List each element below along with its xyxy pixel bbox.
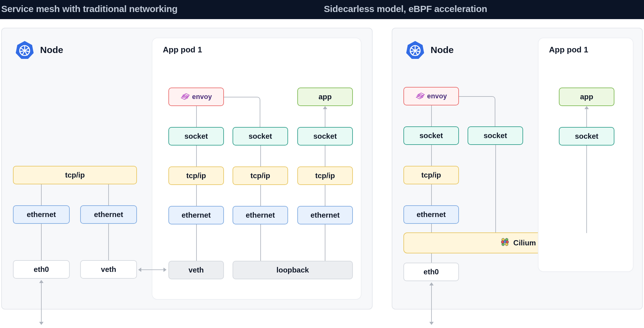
host-ethernet-1-box: ethernet	[13, 205, 70, 224]
node-header-left: Node	[15, 40, 63, 60]
socket-2-box: socket	[233, 127, 288, 146]
pod-card-left: App pod 1 envoy	[152, 38, 361, 300]
conn	[431, 253, 432, 263]
eth0-right: eth0	[403, 263, 459, 281]
pod-socket-to-cilium	[586, 146, 587, 233]
pod-loopback-box: loopback	[233, 261, 353, 279]
envoy-label: envoy	[427, 92, 447, 100]
pod-title: App pod 1	[163, 45, 202, 55]
conn	[431, 145, 432, 166]
tcpip-3-box: tcp/ip	[297, 166, 353, 185]
conn	[260, 224, 261, 261]
cilium-icon	[500, 237, 510, 248]
eth0-arrow-right	[431, 285, 432, 322]
ethernet-3-box: ethernet	[297, 206, 353, 224]
pod-card-right: App pod 1 app socket	[538, 38, 634, 272]
tcpip-2-box: tcp/ip	[233, 166, 288, 185]
node-label: Node	[40, 45, 63, 55]
kubernetes-icon	[15, 40, 35, 60]
host-veth-box: veth	[80, 260, 137, 279]
svg-marker-30	[506, 243, 508, 246]
conn	[431, 105, 432, 126]
conn	[196, 185, 197, 206]
ethernet-1-box: ethernet	[168, 206, 224, 224]
node-label: Node	[431, 45, 454, 55]
panel-traditional: Node tcp/ip ethernet ethernet eth0 veth …	[1, 28, 373, 310]
conn	[196, 146, 197, 166]
socket-to-app-arrow-right	[586, 109, 587, 127]
conn	[431, 184, 432, 205]
pod-title-right: App pod 1	[549, 45, 588, 55]
socket-to-app-arrow	[325, 109, 325, 127]
envoy-icon	[180, 93, 190, 101]
kubernetes-icon	[405, 40, 425, 60]
eth0-arrow	[41, 282, 42, 322]
ethernet-2-box: ethernet	[233, 206, 288, 224]
tcpip-right: tcp/ip	[403, 166, 459, 184]
socket-2-right: socket	[468, 126, 523, 145]
socket-1-right: socket	[403, 126, 459, 145]
conn	[431, 224, 432, 232]
envoy-elbow	[224, 97, 260, 127]
conn	[260, 146, 261, 166]
envoy-elbow-right	[459, 96, 495, 126]
envoy-icon	[415, 92, 425, 100]
app-box-right: app	[559, 88, 614, 106]
conn	[41, 184, 42, 205]
socket2-to-cilium	[495, 145, 496, 232]
node-header-right: Node	[405, 40, 454, 60]
pod-veth-box: veth	[168, 261, 224, 279]
envoy-box-right: envoy	[403, 87, 459, 105]
veth-link-arrow	[141, 269, 164, 270]
conn	[325, 146, 325, 166]
host-eth0-box: eth0	[13, 260, 70, 279]
socket-3-box: socket	[297, 127, 353, 146]
socket-1-box: socket	[168, 127, 224, 146]
socket-right-pod: socket	[559, 127, 614, 146]
conn	[260, 185, 261, 206]
conn	[108, 224, 109, 260]
panel-sidecarless: Node envoy socket sock	[392, 28, 643, 310]
conn	[108, 184, 109, 205]
host-ethernet-2-box: ethernet	[80, 205, 137, 224]
cilium-label: Cilium	[513, 239, 536, 247]
svg-marker-32	[502, 240, 504, 244]
conn	[196, 106, 197, 127]
conn	[41, 224, 42, 260]
host-tcpip-box: tcp/ip	[13, 166, 137, 184]
header-right-title: Sidecarless model, eBPF acceleration	[324, 4, 487, 14]
app-box: app	[297, 88, 353, 106]
header-left-title: Service mesh with traditional networking	[1, 4, 177, 14]
ethernet-right: ethernet	[403, 205, 459, 224]
conn	[325, 185, 325, 206]
envoy-label: envoy	[192, 93, 212, 101]
envoy-box: envoy	[168, 88, 224, 106]
conn	[196, 224, 197, 261]
conn	[325, 224, 325, 261]
tcpip-1-box: tcp/ip	[168, 166, 224, 185]
diagram-canvas: Service mesh with traditional networking…	[0, 0, 644, 328]
